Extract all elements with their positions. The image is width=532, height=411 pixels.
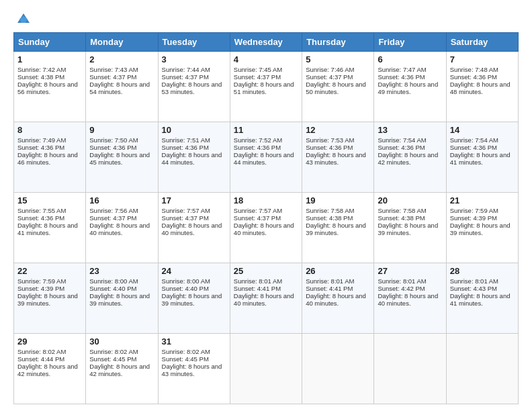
daylight-text: Daylight: 8 hours and 56 minutes. (17, 81, 78, 95)
sunset-text: Sunset: 4:37 PM (234, 73, 281, 81)
daylight-text: Daylight: 8 hours and 40 minutes. (89, 222, 150, 236)
calendar-cell: 14Sunrise: 7:54 AMSunset: 4:36 PMDayligh… (446, 122, 518, 193)
logo (13, 11, 32, 26)
sunset-text: Sunset: 4:43 PM (450, 285, 497, 292)
sunset-text: Sunset: 4:45 PM (89, 355, 136, 363)
sunset-text: Sunset: 4:38 PM (17, 73, 64, 81)
sunset-text: Sunset: 4:37 PM (306, 73, 353, 81)
calendar-cell: 12Sunrise: 7:53 AMSunset: 4:36 PMDayligh… (302, 122, 374, 193)
calendar-week-row: 22Sunrise: 7:59 AMSunset: 4:39 PMDayligh… (14, 263, 519, 334)
sunset-text: Sunset: 4:36 PM (17, 144, 64, 151)
sunrise-text: Sunrise: 7:47 AM (378, 66, 426, 73)
day-number: 22 (17, 266, 82, 276)
sunset-text: Sunset: 4:36 PM (306, 144, 353, 151)
sunrise-text: Sunrise: 8:02 AM (17, 348, 66, 355)
sunset-text: Sunset: 4:36 PM (450, 73, 497, 81)
calendar-cell: 6Sunrise: 7:47 AMSunset: 4:36 PMDaylight… (374, 52, 446, 122)
sunset-text: Sunset: 4:39 PM (450, 214, 497, 222)
sunrise-text: Sunrise: 7:48 AM (450, 66, 498, 73)
sunrise-text: Sunrise: 7:51 AM (162, 136, 210, 144)
day-number: 19 (306, 195, 370, 205)
calendar-cell: 24Sunrise: 8:00 AMSunset: 4:40 PMDayligh… (158, 263, 230, 334)
daylight-text: Daylight: 8 hours and 46 minutes. (17, 151, 78, 166)
calendar-cell (230, 334, 302, 404)
daylight-text: Daylight: 8 hours and 39 minutes. (17, 292, 78, 307)
day-number: 8 (17, 125, 82, 135)
daylight-text: Daylight: 8 hours and 49 minutes. (378, 81, 438, 95)
sunrise-text: Sunrise: 7:58 AM (306, 207, 354, 214)
daylight-text: Daylight: 8 hours and 39 minutes. (306, 222, 366, 236)
sunrise-text: Sunrise: 7:59 AM (17, 277, 66, 285)
calendar-cell: 26Sunrise: 8:01 AMSunset: 4:41 PMDayligh… (302, 263, 374, 334)
sunset-text: Sunset: 4:39 PM (17, 285, 64, 292)
sunrise-text: Sunrise: 7:45 AM (234, 66, 282, 73)
sunrise-text: Sunrise: 7:55 AM (17, 207, 66, 214)
daylight-text: Daylight: 8 hours and 40 minutes. (378, 292, 438, 307)
calendar-header-tuesday: Tuesday (158, 33, 230, 52)
calendar-header-saturday: Saturday (446, 33, 518, 52)
day-number: 27 (378, 266, 442, 276)
daylight-text: Daylight: 8 hours and 45 minutes. (89, 151, 150, 166)
daylight-text: Daylight: 8 hours and 42 minutes. (17, 363, 78, 377)
day-number: 31 (162, 336, 226, 347)
calendar-week-row: 29Sunrise: 8:02 AMSunset: 4:44 PMDayligh… (14, 334, 519, 404)
calendar-cell: 1Sunrise: 7:42 AMSunset: 4:38 PMDaylight… (14, 52, 86, 122)
calendar-body: 1Sunrise: 7:42 AMSunset: 4:38 PMDaylight… (14, 52, 519, 404)
calendar-week-row: 8Sunrise: 7:49 AMSunset: 4:36 PMDaylight… (14, 122, 519, 193)
sunset-text: Sunset: 4:42 PM (378, 285, 425, 292)
sunrise-text: Sunrise: 8:02 AM (162, 348, 210, 355)
calendar-cell: 2Sunrise: 7:43 AMSunset: 4:37 PMDaylight… (86, 52, 158, 122)
sunrise-text: Sunrise: 7:53 AM (306, 136, 354, 144)
daylight-text: Daylight: 8 hours and 41 minutes. (450, 151, 511, 166)
day-number: 28 (450, 266, 515, 276)
day-number: 5 (306, 54, 370, 64)
daylight-text: Daylight: 8 hours and 42 minutes. (378, 151, 438, 166)
sunrise-text: Sunrise: 7:54 AM (450, 136, 498, 144)
header (13, 11, 519, 26)
daylight-text: Daylight: 8 hours and 42 minutes. (89, 363, 150, 377)
calendar-cell: 28Sunrise: 8:01 AMSunset: 4:43 PMDayligh… (446, 263, 518, 334)
sunrise-text: Sunrise: 7:49 AM (17, 136, 66, 144)
daylight-text: Daylight: 8 hours and 39 minutes. (378, 222, 438, 236)
calendar-week-row: 1Sunrise: 7:42 AMSunset: 4:38 PMDaylight… (14, 52, 519, 122)
day-number: 1 (17, 54, 82, 64)
calendar-cell (374, 334, 446, 404)
daylight-text: Daylight: 8 hours and 54 minutes. (89, 81, 150, 95)
day-number: 16 (89, 195, 154, 205)
sunset-text: Sunset: 4:40 PM (89, 285, 136, 292)
calendar-header-row: SundayMondayTuesdayWednesdayThursdayFrid… (14, 33, 519, 52)
sunset-text: Sunset: 4:38 PM (378, 214, 425, 222)
sunset-text: Sunset: 4:36 PM (378, 73, 425, 81)
calendar-cell: 8Sunrise: 7:49 AMSunset: 4:36 PMDaylight… (14, 122, 86, 193)
daylight-text: Daylight: 8 hours and 40 minutes. (306, 292, 366, 307)
calendar-cell: 22Sunrise: 7:59 AMSunset: 4:39 PMDayligh… (14, 263, 86, 334)
day-number: 2 (89, 54, 154, 64)
calendar-cell: 23Sunrise: 8:00 AMSunset: 4:40 PMDayligh… (86, 263, 158, 334)
calendar-header-sunday: Sunday (14, 33, 86, 52)
calendar-table: SundayMondayTuesdayWednesdayThursdayFrid… (13, 32, 519, 404)
daylight-text: Daylight: 8 hours and 50 minutes. (306, 81, 366, 95)
calendar-header-monday: Monday (86, 33, 158, 52)
day-number: 4 (234, 54, 298, 64)
sunset-text: Sunset: 4:37 PM (234, 214, 281, 222)
day-number: 14 (450, 125, 515, 135)
sunrise-text: Sunrise: 7:59 AM (450, 207, 498, 214)
day-number: 13 (378, 125, 442, 135)
sunset-text: Sunset: 4:36 PM (162, 144, 209, 151)
calendar-cell: 31Sunrise: 8:02 AMSunset: 4:45 PMDayligh… (158, 334, 230, 404)
sunrise-text: Sunrise: 7:42 AM (17, 66, 66, 73)
sunrise-text: Sunrise: 8:01 AM (378, 277, 426, 285)
daylight-text: Daylight: 8 hours and 39 minutes. (162, 292, 222, 307)
sunset-text: Sunset: 4:36 PM (234, 144, 281, 151)
calendar-header-friday: Friday (374, 33, 446, 52)
day-number: 23 (89, 266, 154, 276)
calendar-cell: 4Sunrise: 7:45 AMSunset: 4:37 PMDaylight… (230, 52, 302, 122)
daylight-text: Daylight: 8 hours and 53 minutes. (162, 81, 222, 95)
calendar-cell: 13Sunrise: 7:54 AMSunset: 4:36 PMDayligh… (374, 122, 446, 193)
day-number: 26 (306, 266, 370, 276)
daylight-text: Daylight: 8 hours and 44 minutes. (234, 151, 294, 166)
daylight-text: Daylight: 8 hours and 44 minutes. (162, 151, 222, 166)
sunset-text: Sunset: 4:37 PM (89, 214, 136, 222)
sunrise-text: Sunrise: 7:52 AM (234, 136, 282, 144)
sunset-text: Sunset: 4:41 PM (306, 285, 353, 292)
